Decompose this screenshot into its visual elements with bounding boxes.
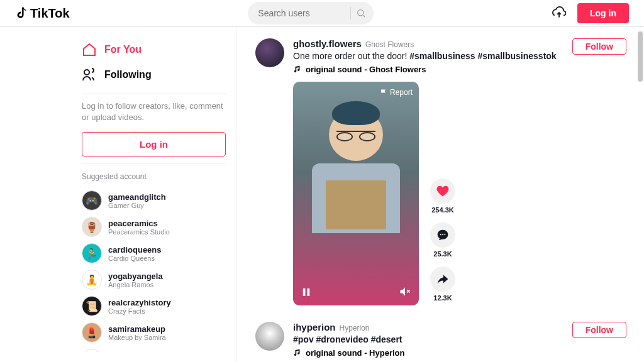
account-username: realcrazyhistory: [108, 298, 171, 307]
account-username: cardioqueens: [108, 245, 162, 255]
post-displayname: Ghost Flowers: [365, 40, 414, 49]
account-avatar: 🧘: [82, 270, 102, 290]
account-avatar: 🏺: [82, 217, 102, 237]
mute-button[interactable]: [399, 285, 411, 298]
feed-post: ghostly.flowers Ghost Flowers One more o…: [255, 38, 644, 305]
account-avatar: 💄: [82, 322, 102, 343]
brand-text: TikTok: [30, 6, 70, 21]
like-count: 254.3K: [431, 206, 453, 214]
share-action[interactable]: 12.3K: [430, 266, 455, 302]
account-info: samiramakeupMakeup by Samira: [108, 324, 166, 341]
post-displayname: Hyperion: [340, 324, 370, 332]
account-display: Angela Ramos: [108, 281, 163, 288]
sidebar-login-button[interactable]: Log in: [82, 132, 226, 156]
post-avatar[interactable]: [255, 322, 284, 351]
svg-rect-2: [303, 288, 306, 296]
header-left: TikTok: [15, 6, 70, 21]
svg-rect-3: [308, 288, 310, 296]
suggested-account[interactable]: 🧘yogabyangelaAngela Ramos: [82, 266, 226, 293]
page-scrollbar-thumb[interactable]: [638, 31, 643, 82]
nav-for-you-label: For You: [104, 44, 142, 55]
flag-icon: [380, 89, 387, 96]
divider: [82, 163, 226, 163]
action-bar: 254.3K 25.3K 12.3K: [430, 178, 455, 305]
account-info: realcrazyhistoryCrazy Facts: [108, 298, 171, 315]
home-icon: [82, 42, 97, 57]
caption-hashtags[interactable]: #pov #dronevideo #desert: [293, 334, 402, 344]
sidebar-scroll[interactable]: For You Following Log in to follow creat…: [82, 37, 236, 352]
nav-following[interactable]: Following: [82, 62, 226, 87]
login-hint-text: Log in to follow creators, like, comment…: [82, 101, 226, 123]
svg-point-6: [444, 234, 445, 235]
search-divider: [350, 7, 351, 19]
like-action[interactable]: 254.3K: [430, 178, 455, 214]
suggested-title: Suggested account: [82, 172, 226, 181]
sidebar: For You Following Log in to follow creat…: [79, 27, 236, 362]
account-info: baconbrunchbuddyBacon Buddy: [108, 351, 184, 352]
account-avatar: 🥓: [82, 349, 102, 352]
upload-icon[interactable]: [552, 6, 566, 20]
account-display: Crazy Facts: [108, 307, 171, 315]
post-username[interactable]: ihyperion: [293, 322, 336, 332]
comment-action[interactable]: 25.3K: [430, 222, 455, 258]
header-right: Log in: [552, 3, 629, 23]
heart-icon: [436, 184, 450, 198]
pause-icon: [301, 287, 312, 298]
tiktok-icon: [15, 6, 29, 20]
music-icon: [293, 65, 302, 74]
post-username[interactable]: ghostly.flowers: [293, 38, 362, 49]
volume-mute-icon: [399, 285, 411, 298]
follow-button[interactable]: Follow: [572, 322, 626, 338]
svg-point-5: [442, 234, 443, 235]
account-username: yogabyangela: [108, 272, 163, 281]
account-username: samiramakeup: [108, 324, 166, 334]
svg-point-4: [440, 234, 441, 235]
account-display: Cardio Queens: [108, 255, 162, 262]
report-label: Report: [390, 88, 413, 97]
suggested-account[interactable]: 📜realcrazyhistoryCrazy Facts: [82, 293, 226, 319]
tiktok-logo[interactable]: TikTok: [15, 6, 70, 21]
post-body: ghostly.flowers Ghost Flowers One more o…: [293, 38, 626, 305]
sound-name: original sound - Ghost Flowers: [306, 65, 426, 74]
account-info: peaceramicsPeaceramics Studio: [108, 219, 170, 236]
pause-button[interactable]: [301, 287, 312, 298]
video-player[interactable]: Report: [293, 82, 419, 305]
account-username: peaceramics: [108, 219, 170, 228]
account-info: cardioqueensCardio Queens: [108, 245, 162, 262]
account-username: gameandglitch: [108, 192, 166, 202]
post-avatar[interactable]: [255, 38, 284, 67]
feed-post: ihyperion Hyperion #pov #dronevideo #des…: [255, 322, 644, 358]
follow-button[interactable]: Follow: [572, 38, 626, 55]
comment-icon: [436, 229, 449, 241]
header-login-button[interactable]: Log in: [577, 3, 629, 23]
post-sound[interactable]: original sound - Hyperion: [293, 348, 626, 358]
top-header: TikTok Log in: [0, 0, 644, 27]
video-row: Report 254.3K: [293, 82, 626, 305]
sound-name: original sound - Hyperion: [306, 348, 404, 358]
account-info: gameandglitchGamer Guy: [108, 192, 166, 209]
feed[interactable]: ghostly.flowers Ghost Flowers One more o…: [236, 27, 644, 362]
nav-following-label: Following: [104, 69, 152, 80]
suggested-account[interactable]: 🏺peaceramicsPeaceramics Studio: [82, 214, 226, 240]
svg-point-1: [84, 70, 89, 75]
account-display: Makeup by Samira: [108, 334, 166, 341]
comment-count: 25.3K: [433, 250, 452, 258]
search-icon[interactable]: [356, 8, 366, 18]
suggested-account[interactable]: 🏃cardioqueensCardio Queens: [82, 240, 226, 266]
caption-hashtags[interactable]: #smallbusiness #smallbusinesstok: [409, 51, 556, 61]
suggested-account[interactable]: 🎮gameandglitchGamer Guy: [82, 187, 226, 214]
suggested-account[interactable]: 💄samiramakeupMakeup by Samira: [82, 319, 226, 346]
people-icon: [82, 67, 97, 82]
search-input[interactable]: [248, 2, 374, 25]
report-button[interactable]: Report: [380, 88, 413, 97]
account-display: Gamer Guy: [108, 202, 166, 209]
share-icon: [436, 273, 449, 285]
post-sound[interactable]: original sound - Ghost Flowers: [293, 65, 626, 74]
search-container: [248, 2, 374, 25]
svg-point-0: [358, 10, 364, 16]
caption-text: One more order out the door!: [293, 51, 409, 61]
suggested-accounts-list: 🎮gameandglitchGamer Guy🏺peaceramicsPeace…: [82, 187, 226, 352]
main-content: For You Following Log in to follow creat…: [0, 27, 644, 362]
nav-for-you[interactable]: For You: [82, 37, 226, 62]
suggested-account[interactable]: 🥓baconbrunchbuddyBacon Buddy: [82, 346, 226, 352]
